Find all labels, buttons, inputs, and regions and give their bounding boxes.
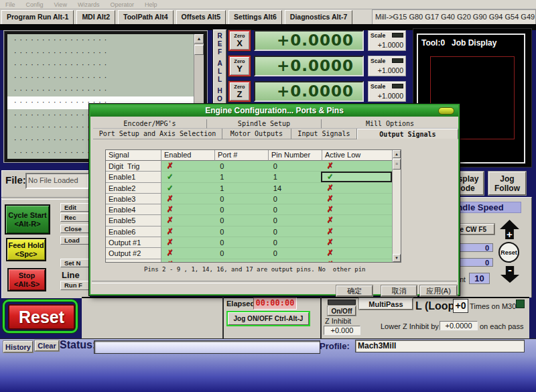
pin-cell[interactable]: 0 <box>268 215 322 226</box>
scale-z-box[interactable]: Scale+1.0000 <box>368 81 406 102</box>
pin-cell[interactable]: 0 <box>268 259 322 262</box>
pin-cell[interactable]: 0 <box>268 161 322 172</box>
pin-cell[interactable]: 0 <box>268 204 322 215</box>
active-low-cell[interactable]: ✗ <box>321 237 392 248</box>
active-low-cell[interactable]: ✗ <box>321 183 392 194</box>
status-field[interactable] <box>94 340 320 354</box>
active-low-cell[interactable]: ✗ <box>321 226 392 237</box>
dialog-tab-mill-options[interactable]: Mill Options <box>322 119 458 129</box>
active-low-cell[interactable]: ✗ <box>321 215 392 226</box>
active-low-cell[interactable]: ✗ <box>321 248 392 259</box>
dro-y-display[interactable]: +0.0000 <box>254 56 364 76</box>
dialog-tab-port-setup-and-axis-selection[interactable]: Port Setup and Axis Selection <box>93 129 222 139</box>
enabled-cell[interactable]: ✓ <box>161 183 215 194</box>
scroll-down-icon[interactable]: ▼ <box>393 254 401 262</box>
port-cell[interactable]: 0 <box>214 226 268 237</box>
set-next-line-button[interactable]: Set N <box>60 259 89 267</box>
signal-name-cell[interactable]: Enable1 <box>106 172 161 182</box>
table-scrollbar[interactable]: ▲ ≡ ▼ <box>392 150 401 262</box>
menu-item-help[interactable]: Help <box>145 1 157 8</box>
load-gcode-button[interactable]: Load <box>60 236 89 245</box>
loop-count-field[interactable]: +0 <box>453 299 468 313</box>
dialog-tab-input-signals[interactable]: Input Signals <box>291 129 357 139</box>
scale-y-box[interactable]: Scale+1.0000 <box>368 56 406 76</box>
active-low-cell[interactable]: ✗ <box>321 161 392 172</box>
screen-tab-toolpath[interactable]: ToolPath Alt4 <box>118 10 174 25</box>
port-cell[interactable]: 0 <box>214 248 268 259</box>
menu-item-file[interactable]: File <box>5 1 15 8</box>
z-inhibit-value[interactable]: +0.000 <box>324 326 360 335</box>
screen-tab-diagnostics[interactable]: Diagnostics Alt-7 <box>285 10 352 25</box>
gcode-line[interactable]: ················· <box>7 59 204 72</box>
zero-z-button[interactable]: ZeroZ <box>228 81 251 102</box>
dialog-tab-spindle-setup[interactable]: Spindle Setup <box>207 119 322 129</box>
edit-gcode-button[interactable]: Edit <box>60 203 89 212</box>
dialog-titlebar[interactable]: Engine Configuration... Ports & Pins <box>90 105 458 117</box>
scrollbar-thumb[interactable] <box>194 45 204 55</box>
dialog-tab-encoder-mpg-s[interactable]: Encoder/MPG's <box>93 119 207 129</box>
port-cell[interactable]: 0 <box>214 237 268 248</box>
percent-value[interactable]: 10 <box>469 273 490 284</box>
spindle-sov-value[interactable]: 0 <box>458 258 493 267</box>
signal-name-cell[interactable]: Output #3 <box>106 259 161 262</box>
port-cell[interactable]: 1 <box>214 172 268 182</box>
spindle-reset-button[interactable]: Reset <box>498 242 519 263</box>
zero-y-button[interactable]: ZeroY <box>228 56 251 76</box>
stop-button[interactable]: Stop<Alt-S> <box>7 268 46 291</box>
gcode-line[interactable]: ················· <box>7 47 204 60</box>
dro-z-display[interactable]: +0.0000 <box>254 81 364 102</box>
menu-item-config[interactable]: Config <box>26 1 44 8</box>
signal-name-cell[interactable]: Enable6 <box>106 226 161 237</box>
history-button[interactable]: History <box>3 341 33 352</box>
screen-tab-program[interactable]: Program Run Alt-1 <box>1 10 74 25</box>
screen-tab-mdi[interactable]: MDI Alt2 <box>76 10 115 25</box>
dro-x-display[interactable]: +0.0000 <box>254 30 364 51</box>
dialog-tab-motor-outputs[interactable]: Motor Outputs <box>222 129 291 139</box>
port-cell[interactable]: 0 <box>214 215 268 226</box>
ok-button[interactable]: 确定 <box>336 285 373 296</box>
enabled-cell[interactable]: ✗ <box>161 226 215 237</box>
pin-cell[interactable]: 14 <box>268 183 322 194</box>
scale-x-box[interactable]: Scale+1.0000 <box>368 30 406 51</box>
scroll-up-icon[interactable]: ▲ <box>393 150 401 158</box>
active-low-cell[interactable]: ✗ <box>321 194 392 204</box>
jog-follow-button[interactable]: JogFollow <box>488 172 526 195</box>
enabled-cell[interactable]: ✗ <box>161 259 215 262</box>
port-cell[interactable]: 1 <box>214 183 268 194</box>
run-from-here-button[interactable]: Run F <box>60 281 89 290</box>
dialog-close-icon[interactable] <box>438 107 454 115</box>
spindle-rpm-value[interactable]: 0 <box>458 243 493 252</box>
close-gcode-button[interactable]: Close <box>60 224 89 233</box>
port-cell[interactable]: 0 <box>214 194 268 204</box>
pin-cell[interactable]: 1 <box>268 172 322 182</box>
menu-item-operator[interactable]: Operator <box>110 1 134 8</box>
pin-cell[interactable]: 0 <box>268 237 322 248</box>
multipass-button[interactable]: MultiPass <box>359 298 413 310</box>
active-low-cell[interactable]: ✗ <box>321 204 392 215</box>
signal-name-cell[interactable]: Output #1 <box>106 237 161 248</box>
enabled-cell[interactable]: ✗ <box>161 215 215 226</box>
profile-field[interactable]: Mach3Mill <box>355 340 525 352</box>
menu-item-view[interactable]: View <box>54 1 67 8</box>
ref-all-home-button[interactable]: REFALLHOME <box>213 29 226 104</box>
active-low-cell[interactable]: ✗ <box>321 259 392 262</box>
gcode-line[interactable]: ················· <box>7 34 204 47</box>
pin-cell[interactable]: 0 <box>268 248 322 259</box>
signal-name-cell[interactable]: Enable2 <box>106 183 161 194</box>
enabled-cell[interactable]: ✗ <box>161 204 215 215</box>
cancel-button[interactable]: 取消 <box>381 285 417 296</box>
signal-name-cell[interactable]: Enable4 <box>106 204 161 215</box>
enabled-cell[interactable]: ✗ <box>161 237 215 248</box>
clear-button[interactable]: Clear <box>35 340 59 351</box>
apply-button[interactable]: 应用(A) <box>420 285 457 296</box>
signal-name-cell[interactable]: Enable3 <box>106 194 161 204</box>
gcode-line[interactable]: ················· <box>7 84 204 96</box>
enabled-cell[interactable]: ✓ <box>161 172 215 182</box>
pin-cell[interactable]: 0 <box>268 194 322 204</box>
feed-hold-button[interactable]: Feed Hold<Spc> <box>6 238 46 261</box>
signal-name-cell[interactable]: Output #2 <box>106 248 161 259</box>
recent-files-button[interactable]: Rec <box>60 213 89 222</box>
spindle-plus-button[interactable]: + <box>500 220 519 239</box>
menu-item-wizards[interactable]: Wizards <box>78 1 100 8</box>
spindle-minus-button[interactable]: - <box>500 266 519 283</box>
